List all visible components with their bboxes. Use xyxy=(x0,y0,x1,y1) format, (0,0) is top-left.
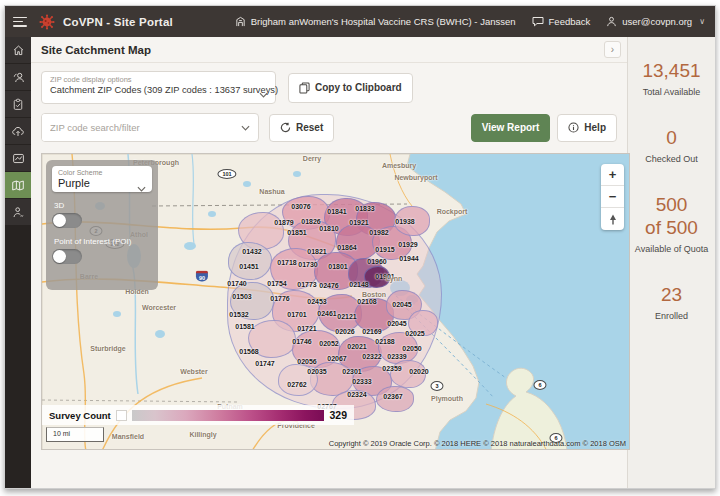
zip-code-label: 01776 xyxy=(270,295,289,302)
reset-button[interactable]: Reset xyxy=(269,114,334,142)
sidebar-item-participants[interactable] xyxy=(5,64,31,91)
zip-code-label: 02056 xyxy=(297,358,316,365)
color-scheme-label: Color Scheme xyxy=(58,169,146,176)
stats-panel: 13,451 Total Available 0 Checked Out 500… xyxy=(627,37,715,488)
city-label: Killingly xyxy=(189,431,216,438)
zoom-in-button[interactable]: + xyxy=(601,164,624,186)
search-dropdown-chevron-icon[interactable] xyxy=(232,114,258,141)
zip-code-label: 01944 xyxy=(399,255,418,262)
city-label: Newburyport xyxy=(394,174,437,181)
zip-code-label: 02045 xyxy=(392,301,411,308)
zip-search-field xyxy=(41,113,259,142)
zip-code-label: 02762 xyxy=(287,381,306,388)
zip-code-label: 01929 xyxy=(398,241,417,248)
zip-code-label: 01432 xyxy=(242,248,261,255)
map-scale-bar: 10 mi xyxy=(46,427,104,442)
zip-code-label: 01879 xyxy=(274,219,293,226)
refresh-icon xyxy=(280,122,291,133)
zip-display-label: ZIP code display options xyxy=(50,75,267,84)
zip-code-label: 02021 xyxy=(347,343,366,350)
zip-code-label: 02148 xyxy=(349,281,368,288)
person-activity-icon xyxy=(12,206,25,219)
app-title: CoVPN - Site Portal xyxy=(63,16,173,28)
map-options-panel: Color Scheme Purple 3D Point of Interest… xyxy=(46,160,158,290)
toggle-3d[interactable] xyxy=(52,213,82,228)
stat-checked-out: 0 Checked Out xyxy=(628,126,715,164)
toggle-3d-label: 3D xyxy=(54,201,152,210)
zip-display-value: Catchment ZIP Codes (309 ZIP codes : 136… xyxy=(50,85,267,95)
view-report-button[interactable]: View Report xyxy=(471,114,551,142)
site-selector[interactable]: Brigham anWomen's Hospital Vaccine CRS (… xyxy=(235,16,516,27)
copy-to-clipboard-button[interactable]: Copy to Clipboard xyxy=(288,73,413,103)
collapse-panel-button[interactable]: › xyxy=(604,41,621,58)
home-icon xyxy=(12,44,25,57)
user-icon xyxy=(606,16,617,27)
legend-max-value: 329 xyxy=(329,409,347,421)
zip-code-label: 02035 xyxy=(307,368,326,375)
survey-count-legend: Survey Count 329 xyxy=(42,405,354,425)
chevron-down-icon xyxy=(137,178,146,196)
zip-code-label: 02169 xyxy=(362,328,381,335)
zip-code-label: 01747 xyxy=(255,360,274,367)
city-label: Amesbury xyxy=(382,162,416,169)
building-icon xyxy=(235,16,246,27)
copy-label: Copy to Clipboard xyxy=(315,82,402,93)
sidebar-item-upload[interactable] xyxy=(5,118,31,145)
legend-gradient xyxy=(132,410,325,421)
stat-value-2: of 500 xyxy=(628,216,715,240)
feedback-label: Feedback xyxy=(549,16,591,27)
sidebar-item-enrollment[interactable] xyxy=(5,199,31,226)
zoom-out-button[interactable]: − xyxy=(601,186,624,208)
map-icon xyxy=(11,179,25,192)
zip-code-label: 01841 xyxy=(327,208,346,215)
zip-code-label: 02020 xyxy=(409,368,428,375)
zip-code-label: 02025 xyxy=(405,330,424,337)
catchment-map-canvas[interactable]: 0307601879018260184101833019210185101810… xyxy=(41,153,630,450)
color-scheme-select[interactable]: Color Scheme Purple xyxy=(52,166,152,192)
zip-code-label: 01826 xyxy=(301,218,320,225)
zip-code-label: 02188 xyxy=(375,338,394,345)
zip-display-select[interactable]: ZIP code display options Catchment ZIP C… xyxy=(41,71,276,104)
city-label: Plymouth xyxy=(431,395,463,402)
zip-code-label: 01718 xyxy=(277,259,296,266)
route-shield: 3 xyxy=(430,381,443,391)
city-label: Derry xyxy=(303,155,321,162)
zip-code-label: 02121 xyxy=(337,313,356,320)
zip-code-label: 01503 xyxy=(232,293,251,300)
legend-zero-swatch xyxy=(116,410,127,421)
city-label: Webster xyxy=(180,368,208,375)
zip-code-label: 01915 xyxy=(375,246,394,253)
toggle-poi-label: Point of Interest (POI) xyxy=(54,237,152,246)
app-header: CoVPN - Site Portal Brigham anWomen's Ho… xyxy=(5,6,715,37)
zip-code-label: 01833 xyxy=(355,205,374,212)
menu-icon[interactable] xyxy=(13,17,27,27)
zip-code-label: 02301 xyxy=(342,368,361,375)
toggle-poi[interactable] xyxy=(52,249,82,264)
stat-total-available: 13,451 Total Available xyxy=(628,59,715,97)
sidebar-item-reports[interactable] xyxy=(5,145,31,172)
legend-title: Survey Count xyxy=(49,410,111,421)
stat-value: 13,451 xyxy=(628,59,715,83)
zip-code-label: 02108 xyxy=(357,298,376,305)
zip-code-label: 02050 xyxy=(402,345,421,352)
left-sidebar xyxy=(5,37,31,488)
compass-button[interactable] xyxy=(601,208,624,230)
zip-code-label: 01810 xyxy=(319,225,338,232)
zip-code-label: 02045 xyxy=(387,320,406,327)
feedback-button[interactable]: Feedback xyxy=(532,16,591,27)
sidebar-item-surveys[interactable] xyxy=(5,91,31,118)
help-button[interactable]: Help xyxy=(557,114,617,142)
view-report-label: View Report xyxy=(482,122,540,133)
zip-code-label: 01938 xyxy=(395,218,414,225)
zip-code-label: 02367 xyxy=(383,393,402,400)
zip-code-label: 01701 xyxy=(287,311,306,318)
stat-label: Total Available xyxy=(628,87,715,97)
stat-value: 23 xyxy=(628,283,715,307)
chevron-down-icon: ∨ xyxy=(699,17,705,26)
feedback-bubble-icon xyxy=(532,16,544,27)
user-menu[interactable]: user@covpn.org ∨ xyxy=(606,16,705,27)
zip-search-input[interactable] xyxy=(42,114,232,141)
sidebar-item-catchment-map[interactable] xyxy=(5,172,31,199)
sidebar-item-home[interactable] xyxy=(5,37,31,64)
cloud-upload-icon xyxy=(11,125,25,138)
